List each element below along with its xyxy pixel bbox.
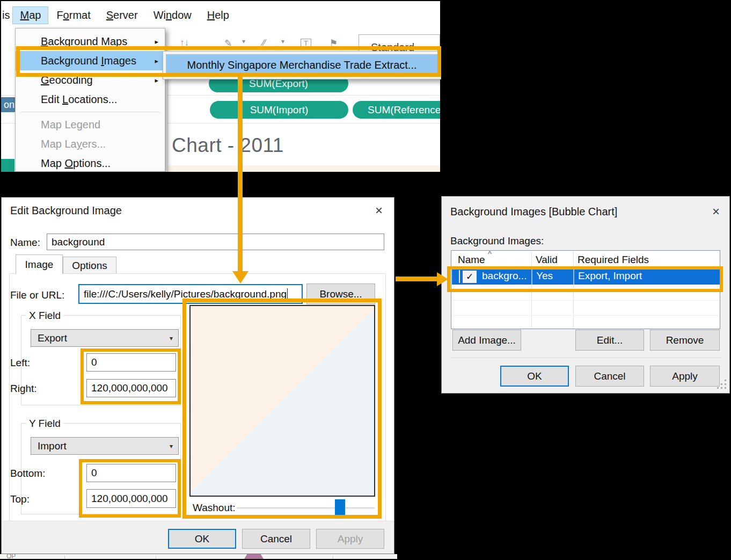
x-field-select[interactable]: Export ▾: [31, 329, 179, 347]
column-header-name[interactable]: Name: [458, 254, 485, 266]
dialog-title: Background Images [Bubble Chart]: [450, 206, 617, 218]
arrow-right: [396, 277, 438, 281]
bubble-fragment: [244, 554, 264, 559]
pill-fragment-label: on: [4, 99, 14, 111]
button-label: Cancel: [260, 533, 292, 545]
chart-background-sliver: [168, 165, 440, 172]
menu-item-label: Geocoding: [41, 74, 93, 86]
show-image-checkbox[interactable]: ✓: [463, 271, 477, 283]
table-row[interactable]: ✓ backgro... Yes Export, Import: [452, 268, 720, 285]
list-label: Background Images:: [450, 235, 544, 247]
axis-label-fragment: OP: [6, 554, 16, 559]
washout-slider-handle[interactable]: [335, 499, 345, 515]
rows-shelf-pill[interactable]: SUM(Reference: [353, 101, 440, 119]
button-label: Add Image...: [458, 334, 516, 346]
dialog-footer: OK Cancel Apply: [2, 521, 394, 554]
images-table: Name ^ Valid Required Fields ✓ backgro..…: [451, 250, 720, 329]
chevron-down-icon[interactable]: ▾: [281, 38, 284, 45]
map-menu-item[interactable]: Background Images▸: [16, 51, 165, 70]
ok-button[interactable]: OK: [500, 366, 569, 387]
x-field-legend: X Field: [26, 310, 63, 322]
background-images-submenu: Monthly Singapore Merchandise Trade Extr…: [163, 51, 441, 79]
highlight-pen-icon[interactable]: ✎: [224, 38, 232, 49]
ok-button[interactable]: OK: [168, 529, 236, 549]
cell-divider: [531, 268, 532, 285]
menubar-items: MapFormatServerWindowHelp: [13, 7, 238, 24]
input-value: 0: [91, 357, 97, 368]
menu-item-label: Edit Locations...: [41, 93, 117, 105]
chevron-down-icon: ▾: [170, 442, 173, 450]
shelf-divider: [168, 123, 440, 123]
input-value: 120,000,000,000: [91, 382, 168, 394]
apply-button[interactable]: Apply: [650, 366, 720, 387]
submenu-item-datasource[interactable]: Monthly Singapore Merchandise Trade Extr…: [166, 54, 438, 76]
top-input[interactable]: 120,000,000,000: [86, 489, 176, 508]
input-value: 0: [91, 467, 97, 479]
resize-grip-icon[interactable]: [725, 387, 726, 389]
menubar-item[interactable]: Help: [200, 7, 236, 24]
map-menu-item[interactable]: Background Maps▸: [16, 32, 165, 51]
chevron-down-icon[interactable]: ▾: [242, 38, 245, 45]
axis-tick: [64, 556, 65, 559]
map-menu-item[interactable]: Geocoding▸: [16, 70, 165, 90]
cell-divider: [573, 268, 574, 285]
menubar-item[interactable]: Window: [147, 7, 199, 24]
edit-button[interactable]: Edit...: [575, 330, 644, 351]
image-preview: [189, 305, 375, 497]
y-field-select[interactable]: Import ▾: [31, 437, 179, 455]
menubar-item-analysis-partial[interactable]: is: [2, 9, 10, 21]
map-menu-item: Map Legend: [16, 115, 165, 134]
fix-axes-icon[interactable]: ⚑: [330, 38, 338, 49]
button-label: Apply: [672, 370, 698, 382]
menu-item-label: Map Legend: [41, 119, 100, 130]
submenu-arrow-icon: ▸: [155, 32, 158, 52]
file-url-value: file:///C:/Users/kelly/Pictures/backgrou…: [84, 288, 287, 300]
apply-button[interactable]: Apply: [316, 529, 384, 549]
map-menu-item[interactable]: Map Options...: [16, 154, 165, 173]
row-divider: [452, 300, 720, 301]
tab-image[interactable]: Image: [16, 254, 63, 274]
browse-button[interactable]: Browse...: [306, 283, 375, 304]
menubar-item[interactable]: Server: [99, 7, 145, 24]
file-url-input[interactable]: file:///C:/Users/kelly/Pictures/backgrou…: [78, 284, 303, 304]
y-field-legend: Y Field: [26, 418, 63, 430]
row-selection-block: [453, 270, 460, 283]
label-icon[interactable]: T: [301, 39, 311, 48]
tab-options[interactable]: Options: [63, 257, 116, 274]
cancel-button[interactable]: Cancel: [575, 366, 644, 387]
cancel-button[interactable]: Cancel: [242, 529, 310, 549]
highlight-icon[interactable]: ∕∕: [262, 38, 266, 48]
remove-button[interactable]: Remove: [650, 330, 720, 351]
pill-label: SUM(Import): [250, 104, 309, 116]
washout-slider-track[interactable]: [237, 507, 375, 510]
washout-label: Washout:: [193, 502, 236, 514]
left-input[interactable]: 0: [86, 353, 176, 372]
column-header-required-fields[interactable]: Required Fields: [578, 254, 649, 266]
screenshot-canvas: is MapFormatServerWindowHelp ↑↓ ✎ ▾ ∕∕ ▾…: [0, 0, 731, 560]
input-value: 120,000,000,000: [91, 493, 168, 505]
map-menu-item[interactable]: Edit Locations...: [16, 90, 165, 109]
menubar-item[interactable]: Format: [49, 7, 97, 24]
chevron-down-icon: ▾: [170, 334, 173, 342]
right-input[interactable]: 120,000,000,000: [86, 379, 176, 397]
cell-valid: Yes: [536, 270, 553, 282]
worksheet-title: Chart - 2011: [172, 134, 284, 157]
menubar-item[interactable]: Map: [13, 7, 48, 24]
bottom-input[interactable]: 0: [86, 464, 176, 482]
close-icon[interactable]: ×: [369, 202, 389, 219]
name-input[interactable]: background: [47, 234, 384, 250]
column-divider: [573, 251, 574, 329]
sort-icon[interactable]: ↑↓: [180, 38, 189, 48]
rows-shelf-pill[interactable]: SUM(Import): [210, 101, 348, 119]
left-label: Left:: [10, 357, 30, 369]
menu-item-label: Server: [106, 9, 138, 21]
menu-item-label: Help: [207, 9, 229, 21]
add-image-button[interactable]: Add Image...: [452, 330, 521, 351]
close-icon[interactable]: ×: [706, 203, 726, 220]
column-header-valid[interactable]: Valid: [536, 254, 558, 266]
axis-tick: [156, 556, 156, 559]
menu-item-label: Map Options...: [41, 157, 111, 169]
button-label: Browse...: [319, 288, 362, 300]
button-label: OK: [527, 370, 542, 382]
right-label: Right:: [10, 383, 37, 395]
